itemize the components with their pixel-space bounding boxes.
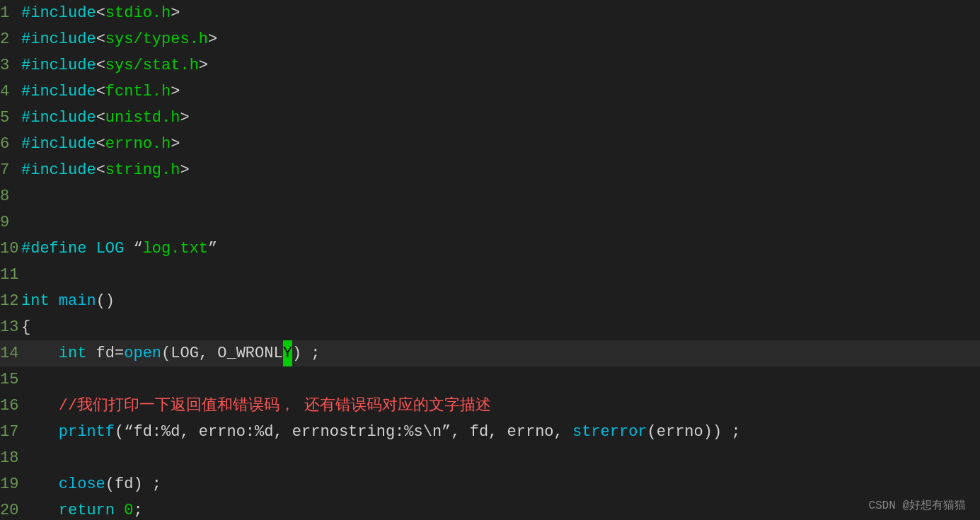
plain-token: fd= bbox=[86, 345, 124, 362]
plain-token: > bbox=[171, 83, 180, 100]
pp-token: #include bbox=[21, 161, 96, 179]
line-number: 10 bbox=[0, 236, 21, 262]
code-editor: 1#include<stdio.h>2#include<sys/types.h>… bbox=[0, 0, 980, 520]
line-number: 6 bbox=[0, 131, 21, 157]
plain-token bbox=[21, 502, 59, 519]
fn-token: strerror bbox=[572, 423, 647, 441]
comment-token: //我们打印一下返回值和错误码， 还有错误码对应的文字描述 bbox=[59, 397, 492, 415]
plain-token: (errno)) ; bbox=[647, 423, 741, 441]
line-number: 17 bbox=[0, 419, 21, 445]
inc-token: unistd.h bbox=[105, 109, 180, 127]
line-number: 18 bbox=[0, 445, 21, 471]
plain-token bbox=[115, 502, 124, 519]
code-line: 3#include<sys/stat.h> bbox=[0, 52, 980, 79]
line-content: close(fd) ; bbox=[21, 471, 980, 497]
code-line: 8 bbox=[0, 183, 980, 209]
plain-token: > bbox=[171, 4, 180, 22]
code-line: 13{ bbox=[0, 314, 980, 340]
line-content: #include<fcntl.h> bbox=[21, 79, 980, 105]
code-line: 20 return 0; bbox=[0, 497, 980, 520]
inc-token: sys/stat.h bbox=[105, 57, 199, 74]
code-line: 1#include<stdio.h> bbox=[0, 0, 980, 26]
line-number: 20 bbox=[0, 497, 21, 520]
line-number: 12 bbox=[0, 288, 21, 314]
kw-token: int bbox=[59, 345, 87, 362]
macro-token: LOG bbox=[96, 240, 125, 258]
line-content bbox=[21, 262, 980, 288]
line-content bbox=[21, 366, 980, 393]
line-content bbox=[21, 445, 980, 471]
line-number: 8 bbox=[0, 183, 21, 209]
plain-token bbox=[21, 475, 59, 493]
line-number: 14 bbox=[0, 340, 21, 366]
code-line: 10#define LOG “log.txt” bbox=[0, 236, 980, 262]
plain-token bbox=[50, 292, 59, 310]
line-number: 7 bbox=[0, 157, 21, 183]
plain-token: “ bbox=[124, 240, 142, 258]
plain-token: ) ; bbox=[292, 345, 321, 362]
line-content: { bbox=[21, 314, 980, 340]
line-content: #include<string.h> bbox=[21, 157, 980, 183]
str-token: log.txt bbox=[143, 240, 208, 258]
pp-token: #include bbox=[21, 30, 96, 48]
line-content: #include<unistd.h> bbox=[21, 105, 980, 131]
plain-token: < bbox=[96, 30, 105, 48]
pp-token: #include bbox=[21, 109, 96, 127]
watermark: CSDN @好想有猫猫 bbox=[868, 498, 966, 513]
line-number: 11 bbox=[0, 262, 21, 288]
line-content: #include<sys/types.h> bbox=[21, 26, 980, 52]
inc-token: errno.h bbox=[105, 135, 171, 153]
pp-token: #include bbox=[21, 4, 96, 22]
kw-token: int bbox=[21, 292, 50, 310]
line-content bbox=[21, 209, 980, 236]
plain-token: ; bbox=[133, 502, 142, 519]
line-number: 5 bbox=[0, 105, 21, 131]
inc-token: stdio.h bbox=[105, 4, 171, 22]
line-number: 16 bbox=[0, 393, 21, 419]
code-line: 15 bbox=[0, 366, 980, 393]
plain-token: < bbox=[96, 57, 105, 74]
code-line: 19 close(fd) ; bbox=[0, 471, 980, 497]
plain-token bbox=[86, 240, 96, 258]
plain-token: < bbox=[96, 135, 105, 153]
line-number: 15 bbox=[0, 366, 21, 393]
code-line: 7#include<string.h> bbox=[0, 157, 980, 183]
pp-token: #include bbox=[21, 135, 96, 153]
fn-token: open bbox=[124, 345, 161, 362]
code-line: 16 //我们打印一下返回值和错误码， 还有错误码对应的文字描述 bbox=[0, 393, 980, 419]
code-line: 4#include<fcntl.h> bbox=[0, 79, 980, 105]
plain-token: { bbox=[21, 318, 30, 336]
inc-token: sys/types.h bbox=[105, 30, 208, 48]
line-number: 19 bbox=[0, 471, 21, 497]
num-token: 0 bbox=[124, 502, 133, 519]
kw-token: return bbox=[59, 502, 115, 519]
plain-token: > bbox=[171, 135, 180, 153]
pp-token: #include bbox=[21, 57, 96, 74]
line-number: 9 bbox=[0, 209, 21, 236]
plain-token bbox=[21, 345, 59, 362]
plain-token: < bbox=[96, 161, 105, 179]
plain-token: (fd) ; bbox=[105, 475, 161, 493]
line-content: #include<stdio.h> bbox=[21, 0, 980, 26]
plain-token: > bbox=[199, 57, 208, 74]
pp-token: #include bbox=[21, 83, 96, 100]
code-line: 11 bbox=[0, 262, 980, 288]
inc-token: string.h bbox=[105, 161, 180, 179]
plain-token: ” bbox=[208, 240, 217, 258]
plain-token: < bbox=[96, 83, 105, 100]
code-line: 18 bbox=[0, 445, 980, 471]
plain-token: < bbox=[96, 4, 105, 22]
plain-token: > bbox=[180, 161, 189, 179]
line-content bbox=[21, 183, 980, 209]
line-content: //我们打印一下返回值和错误码， 还有错误码对应的文字描述 bbox=[21, 393, 980, 419]
plain-token bbox=[21, 397, 59, 415]
code-line: 5#include<unistd.h> bbox=[0, 105, 980, 131]
plain-token: () bbox=[96, 292, 115, 310]
code-line: 14 int fd=open(LOG, O_WRONLY) ; bbox=[0, 340, 980, 366]
pp-token: #define bbox=[21, 240, 86, 258]
fn-token: main bbox=[59, 292, 96, 310]
line-content: printf(“fd:%d, errno:%d, errnostring:%s\… bbox=[21, 419, 980, 445]
line-number: 4 bbox=[0, 79, 21, 105]
line-number: 1 bbox=[0, 0, 21, 26]
line-content: #include<errno.h> bbox=[21, 131, 980, 157]
